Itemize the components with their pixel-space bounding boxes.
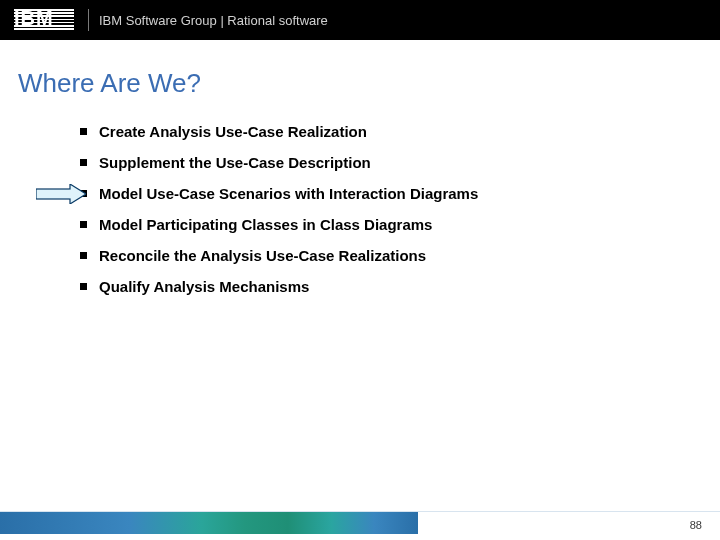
list-item: Reconcile the Analysis Use-Case Realizat…	[80, 247, 720, 264]
bullet-label: Reconcile the Analysis Use-Case Realizat…	[99, 247, 426, 264]
list-item: Model Participating Classes in Class Dia…	[80, 216, 720, 233]
bullet-label: Qualify Analysis Mechanisms	[99, 278, 309, 295]
footer: 88	[0, 506, 720, 540]
header-divider	[88, 9, 89, 31]
ibm-logo-stripes	[14, 9, 74, 31]
bullet-label: Model Participating Classes in Class Dia…	[99, 216, 432, 233]
header-bar: IBM Software Group | Rational software	[0, 0, 720, 40]
bullet-icon	[80, 128, 87, 135]
bullet-icon	[80, 221, 87, 228]
bullet-label: Model Use-Case Scenarios with Interactio…	[99, 185, 478, 202]
list-item: Supplement the Use-Case Description	[80, 154, 720, 171]
svg-marker-1	[70, 184, 86, 204]
header-text: IBM Software Group | Rational software	[99, 13, 328, 28]
list-item: Create Analysis Use-Case Realization	[80, 123, 720, 140]
bullet-icon	[80, 283, 87, 290]
bullet-icon	[80, 159, 87, 166]
svg-rect-2	[69, 189, 71, 198]
bullet-label: Supplement the Use-Case Description	[99, 154, 371, 171]
list-item: Qualify Analysis Mechanisms	[80, 278, 720, 295]
list-item: Model Use-Case Scenarios with Interactio…	[80, 185, 720, 202]
footer-band	[0, 512, 720, 534]
svg-rect-0	[36, 189, 70, 199]
page-number: 88	[690, 519, 702, 531]
page-title: Where Are We?	[0, 40, 720, 117]
bullet-icon	[80, 252, 87, 259]
bullet-list: Create Analysis Use-Case Realization Sup…	[0, 117, 720, 295]
ibm-logo	[14, 9, 74, 31]
bullet-label: Create Analysis Use-Case Realization	[99, 123, 367, 140]
current-arrow-icon	[36, 184, 86, 204]
